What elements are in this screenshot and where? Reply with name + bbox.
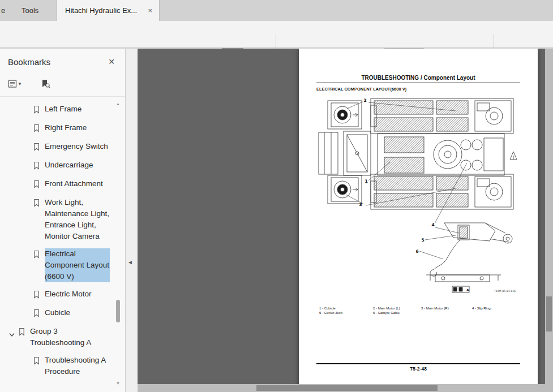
section-title: ELECTRICAL COMPONENT LAYOUT(6600 V) — [316, 87, 406, 92]
bookmark-label: Cubicle — [45, 307, 70, 318]
bookmark-item-electric-motor[interactable]: Electric Motor — [0, 286, 112, 304]
close-panel-icon[interactable]: ✕ — [108, 57, 115, 66]
scroll-up-icon[interactable]: ▲ — [115, 102, 121, 106]
scrollbar-corner — [545, 384, 553, 392]
divider — [0, 96, 125, 97]
bookmark-label: Emergency Switch — [45, 141, 108, 152]
collapse-panel-icon[interactable]: ◄ — [127, 259, 133, 265]
bookmark-label: Undercarriage — [45, 160, 93, 171]
callout-6: 6 — [415, 249, 418, 254]
legend-item: 2 - Main Motor (L) — [373, 307, 421, 310]
bookmark-label: Right Frame — [45, 122, 87, 133]
bookmark-icon — [33, 124, 40, 135]
drawing-number: T18M-05-03-016 — [494, 290, 516, 292]
callout-1: 1 — [365, 179, 367, 184]
bookmark-item-undercarriage[interactable]: Undercarriage — [0, 157, 112, 175]
callout-5: 5 — [421, 238, 424, 243]
acrobat-window: e Tools Hitachi Hydraulic Ex... × — [0, 0, 553, 392]
legend-item: 1 - Cubicle — [319, 307, 373, 310]
bookmark-tree: Left Frame Right Frame Emergency Switch … — [0, 101, 112, 381]
footer-rule — [316, 363, 520, 364]
pdf-page: TROUBLESHOOTING / Component Layout ELECT… — [299, 49, 538, 392]
chevron-down-icon: ▼ — [18, 81, 22, 87]
close-icon[interactable]: × — [147, 6, 153, 15]
bookmark-group-troubleshooting-a[interactable]: Group 3 Troubleshooting A — [0, 323, 112, 352]
bookmark-item-right-frame[interactable]: Right Frame — [0, 119, 112, 138]
bookmark-item-electrical-component-layout[interactable]: Electrical Component Layout (6600 V) — [0, 245, 112, 286]
bookmark-item-work-light[interactable]: Work Light, Maintenance Light, Entrance … — [0, 194, 112, 245]
home-tab-partial[interactable]: e — [1, 6, 5, 15]
legend-item: 3 - Main Motor (R) — [421, 307, 472, 310]
component-layout-diagram: 1 2 3 4 5 6 A T18M-05-03-016 — [314, 95, 522, 305]
bookmark-options-button[interactable]: ▼ — [6, 77, 24, 91]
bookmark-label: Work Light, Maintenance Light, Entrance … — [45, 197, 110, 242]
bookmarks-panel-title: Bookmarks — [8, 57, 50, 67]
expand-current-bookmark-icon — [40, 79, 50, 89]
callout-4: 4 — [431, 222, 434, 227]
bookmark-icon — [33, 161, 40, 172]
scrollbar-thumb[interactable] — [256, 385, 438, 391]
scrollbar-thumb[interactable] — [546, 296, 552, 331]
bookmark-label: Group 3 Troubleshooting A — [30, 326, 106, 348]
bookmarks-panel-header: Bookmarks ✕ — [0, 53, 125, 71]
legend-item: 6 - Cabtyre Cable — [373, 311, 421, 315]
tab-bar: e Tools Hitachi Hydraulic Ex... × — [0, 0, 553, 21]
bookmark-item-cubicle[interactable]: Cubicle — [0, 304, 112, 323]
bookmark-label-selected: Electrical Component Layout (6600 V) — [45, 248, 110, 282]
diagram-legend: 1 - Cubicle 2 - Main Motor (L) 3 - Main … — [319, 307, 491, 315]
bookmark-icon — [33, 105, 40, 116]
bookmark-label: Troubleshooting A Procedure — [45, 355, 110, 377]
bookmark-item-troubleshooting-a-procedure[interactable]: Troubleshooting A Procedure — [0, 352, 112, 381]
document-tab-label: Hitachi Hydraulic Ex... — [65, 6, 137, 15]
callout-3: 3 — [359, 202, 362, 207]
legend-item: 4 - Slip Ring — [472, 307, 491, 310]
scrollbar-thumb[interactable] — [116, 300, 120, 322]
bookmark-icon — [33, 180, 40, 191]
bookmark-item-emergency-switch[interactable]: Emergency Switch — [0, 138, 112, 157]
page-header: TROUBLESHOOTING / Component Layout — [299, 75, 538, 81]
document-horizontal-scrollbar[interactable] — [138, 384, 545, 392]
bookmark-item-front-attachment[interactable]: Front Attachment — [0, 175, 112, 194]
bookmark-icon — [33, 290, 40, 301]
scroll-down-icon[interactable]: ▼ — [115, 381, 121, 385]
page-code: T5-2-48 — [299, 366, 538, 372]
tab-tools[interactable]: Tools — [14, 0, 46, 21]
bookmark-icon — [33, 143, 40, 153]
bookmark-icon — [33, 199, 40, 209]
sidebar-scrollbar[interactable]: ▲ ▼ — [115, 102, 121, 385]
bookmark-options-icon — [7, 79, 18, 89]
legend-item: 5 - Center Joint — [319, 311, 373, 315]
expand-current-bookmark-button[interactable] — [38, 77, 52, 91]
toolbar-separator — [494, 34, 494, 49]
bookmarks-panel: Bookmarks ✕ ▼ Left Frame — [0, 49, 126, 392]
detail-label: A — [466, 288, 469, 292]
document-viewport: TROUBLESHOOTING / Component Layout ELECT… — [138, 49, 553, 392]
callout-2: 2 — [363, 98, 366, 103]
chevron-down-icon[interactable] — [9, 329, 15, 339]
header-rule — [316, 83, 520, 83]
bookmark-label: Front Attachment — [45, 178, 103, 189]
tools-tab-label: Tools — [22, 6, 38, 15]
bookmark-icon — [33, 309, 40, 320]
bookmarks-toolbar: ▼ — [6, 76, 52, 92]
bookmark-icon — [33, 356, 40, 367]
tab-document[interactable]: Hitachi Hydraulic Ex... × — [57, 0, 160, 21]
bookmark-item-left-frame[interactable]: Left Frame — [0, 101, 112, 119]
bookmark-label: Left Frame — [45, 104, 82, 115]
bookmark-label: Electric Motor — [45, 288, 92, 300]
panel-collapse-strip: ◄ — [126, 49, 138, 392]
bookmark-icon — [18, 328, 25, 338]
toolbar-separator — [276, 34, 276, 49]
bookmark-icon — [33, 250, 40, 261]
document-vertical-scrollbar[interactable] — [545, 49, 553, 384]
main-toolbar: / 312 46.7% ▼ — [0, 21, 553, 48]
